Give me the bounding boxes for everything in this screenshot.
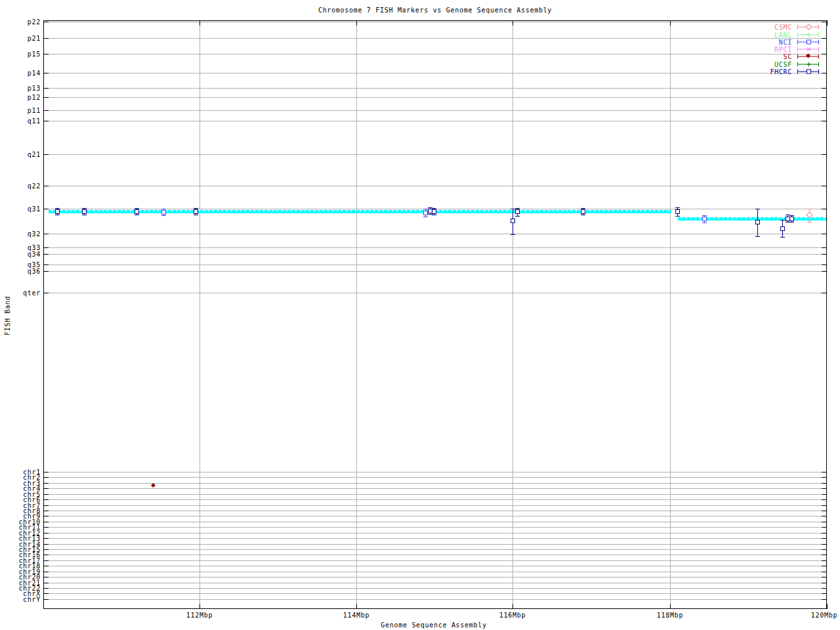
legend-sample-cap — [818, 62, 819, 67]
x-tick-label: 118Mbp — [657, 612, 683, 619]
fhcrc-marker-icon — [755, 220, 760, 224]
x-tick-label: 114Mbp — [343, 612, 369, 619]
error-bar-cap — [423, 209, 428, 209]
fhcrc-marker-icon — [675, 209, 680, 214]
legend-sample-cap — [797, 33, 798, 37]
error-bar-cap — [755, 236, 760, 237]
legend-sample-fhcrc — [797, 69, 819, 75]
x-tick-label: 120Mbp — [811, 612, 837, 619]
x-tick-label: 112Mbp — [186, 612, 213, 619]
error-bar-cap — [161, 209, 166, 209]
legend-sample-cap — [818, 25, 819, 30]
error-bar-cap — [55, 215, 60, 215]
x-axis-title: Genome Sequence Assembly — [381, 621, 486, 629]
error-bar-cap — [82, 208, 87, 209]
error-bar-cap — [702, 215, 707, 216]
fhcrc-legend-marker-icon — [807, 70, 811, 74]
fhcrc-marker-icon — [82, 209, 87, 214]
error-bar-cap — [675, 216, 680, 217]
plot-border — [43, 20, 827, 609]
nci-marker-icon — [161, 210, 166, 215]
legend-sample-rpci — [797, 47, 819, 52]
lanl-legend-marker-icon — [807, 33, 811, 37]
legend-sample-csmc — [797, 24, 819, 30]
fish-marker-chart: Chromosome 7 FISH Markers vs Genome Sequ… — [0, 0, 840, 630]
error-bar-cap — [675, 207, 680, 208]
legend-sample-cap — [818, 40, 819, 45]
y-band-label: q36 — [0, 268, 41, 275]
fhcrc-marker-icon — [55, 209, 60, 214]
error-bar-cap — [432, 215, 436, 215]
legend-label-lanl: LANL — [0, 32, 792, 39]
nci-marker-icon — [423, 211, 428, 215]
y-band-label: q22 — [0, 182, 41, 190]
legend-sample-cap — [818, 54, 819, 59]
y-band-label: q11 — [0, 117, 41, 125]
fhcrc-marker-icon — [780, 226, 785, 231]
error-bar-cap — [194, 208, 198, 209]
legend-sample-cap — [797, 70, 798, 74]
legend-sample-cap — [818, 70, 819, 74]
x-tick-label: 116Mbp — [499, 612, 526, 619]
error-bar-cap — [55, 208, 60, 209]
error-bar-cap — [807, 222, 812, 222]
y-band-label: qter — [0, 289, 41, 297]
x-tick-top — [827, 20, 828, 26]
legend-sample-cap — [797, 62, 798, 67]
error-bar-cap — [161, 215, 166, 216]
y-band-label: q34 — [0, 251, 41, 258]
error-bar-cap — [780, 220, 785, 220]
legend-label-rpci: RPCI — [0, 46, 792, 53]
legend-sample-cap — [797, 25, 798, 30]
y-band-label: p13 — [0, 85, 41, 92]
x-tick-bottom — [827, 604, 828, 609]
error-bar-cap — [755, 209, 760, 209]
error-bar-cap — [432, 208, 436, 209]
y-band-label: p12 — [0, 94, 41, 101]
error-bar-cap — [789, 222, 794, 222]
legend-label-nci: NCI — [0, 39, 792, 46]
error-bar-cap — [581, 208, 585, 209]
error-bar-cap — [82, 215, 87, 215]
legend-label-csmc: CSMC — [0, 24, 792, 31]
legend-label-ucsf: UCSF — [0, 61, 792, 68]
error-bar-cap — [780, 237, 785, 238]
y-band-label: chrY — [0, 596, 41, 603]
fhcrc-marker-icon — [789, 217, 794, 221]
error-bar-cap — [423, 217, 428, 217]
y-band-label: q31 — [0, 205, 41, 213]
legend-sample-cap — [818, 33, 819, 37]
legend-sample-cap — [797, 40, 798, 45]
ucsf-legend-marker-icon — [807, 62, 811, 67]
fhcrc-marker-icon — [515, 209, 520, 214]
fhcrc-marker-icon — [432, 209, 436, 214]
error-bar-cap — [581, 215, 585, 215]
error-bar-cap — [807, 209, 812, 209]
legend-sample-ucsf — [797, 62, 819, 68]
error-bar-cap — [789, 215, 794, 216]
fhcrc-marker-icon — [511, 219, 515, 223]
chart-title: Chromosome 7 FISH Markers vs Genome Sequ… — [318, 7, 552, 14]
nci-marker-icon — [702, 217, 707, 221]
fhcrc-marker-icon — [135, 209, 139, 214]
legend-label-sc: SC — [0, 53, 792, 60]
legend-sample-cap — [797, 47, 798, 52]
error-bar-cap — [515, 216, 520, 217]
legend-sample-cap — [797, 54, 798, 59]
y-band-label: p11 — [0, 107, 41, 114]
rpci-legend-marker-icon — [806, 46, 812, 52]
error-bar-cap — [135, 208, 139, 209]
legend-sample-sc — [797, 54, 819, 60]
legend-sample-cap — [818, 47, 819, 52]
y-band-label: q21 — [0, 151, 41, 158]
csmc-legend-marker-icon — [806, 24, 812, 30]
legend-sample-lanl — [797, 32, 819, 38]
error-bar-cap — [511, 234, 515, 235]
error-bar-cap — [515, 208, 520, 209]
error-bar-cap — [702, 222, 707, 223]
y-band-label: q32 — [0, 230, 41, 238]
legend-sample-nci — [797, 39, 819, 45]
fhcrc-marker-icon — [581, 209, 585, 214]
error-bar-cap — [194, 215, 198, 215]
error-bar-cap — [135, 215, 139, 215]
